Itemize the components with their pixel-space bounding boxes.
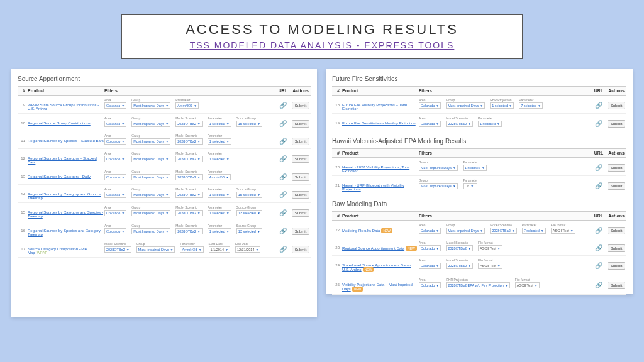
filter-dropdown[interactable]: Colorado▼ bbox=[104, 138, 126, 145]
filter-dropdown[interactable]: Most Impaired Days▼ bbox=[419, 183, 458, 189]
filter-dropdown[interactable]: ASCII Text▼ bbox=[478, 245, 502, 251]
submit-button[interactable]: Submit bbox=[608, 120, 626, 128]
filter-dropdown[interactable]: 1 selected▼ bbox=[490, 102, 514, 109]
filter-dropdown[interactable]: 1 selected▼ bbox=[208, 210, 231, 216]
product-link[interactable]: Modeling Results Data bbox=[342, 229, 380, 233]
url-link-icon[interactable]: 🔗 bbox=[591, 258, 606, 269]
filter-dropdown[interactable]: 1 selected▼ bbox=[208, 228, 231, 234]
url-link-icon[interactable]: 🔗 bbox=[591, 278, 606, 288]
page-subtitle-link[interactable]: TSS MODELED DATA ANALYSIS - EXPRESS TOOL… bbox=[135, 40, 509, 50]
filter-dropdown[interactable]: 1 selected▼ bbox=[478, 121, 502, 127]
filter-dropdown[interactable]: 2028OTBa2▼ bbox=[175, 210, 203, 216]
filter-dropdown[interactable]: 2028OTBa2 EPA w/o Fire Projection▼ bbox=[446, 282, 510, 288]
filter-dropdown[interactable]: 1 selected▼ bbox=[208, 156, 231, 162]
filter-dropdown[interactable]: 7 selected▼ bbox=[522, 228, 546, 234]
filter-dropdown[interactable]: 13 selected▼ bbox=[236, 228, 262, 234]
submit-button[interactable]: Submit bbox=[292, 102, 310, 109]
url-link-icon[interactable]: 🔗 bbox=[275, 98, 291, 109]
filter-dropdown[interactable]: 15 selected▼ bbox=[236, 121, 262, 127]
submit-button[interactable]: Submit bbox=[608, 227, 626, 234]
filter-dropdown[interactable]: 13 selected▼ bbox=[236, 210, 262, 216]
filter-dropdown[interactable]: 1 selected▼ bbox=[208, 138, 231, 145]
filter-dropdown[interactable]: Most Impaired Days▼ bbox=[446, 102, 485, 109]
filter-dropdown[interactable]: 2028OTBa2▼ bbox=[104, 246, 131, 253]
filter-dropdown[interactable]: Colorado▼ bbox=[419, 121, 441, 127]
filter-dropdown[interactable]: 1/1/2014▼ bbox=[209, 246, 230, 253]
product-link[interactable]: Regional Source Group Contributions bbox=[28, 121, 91, 125]
url-link-icon[interactable]: 🔗 bbox=[275, 151, 291, 162]
submit-button[interactable]: Submit bbox=[292, 246, 310, 253]
filter-dropdown[interactable]: AmmNO3▼ bbox=[175, 102, 199, 109]
filter-dropdown[interactable]: 1 selected▼ bbox=[208, 192, 231, 198]
filter-dropdown[interactable]: Colorado▼ bbox=[419, 102, 441, 109]
filter-dropdown[interactable]: 2028OTBa2▼ bbox=[175, 228, 203, 234]
filter-dropdown[interactable]: ASCII Text▼ bbox=[551, 228, 575, 234]
url-link-icon[interactable]: 🔗 bbox=[275, 170, 291, 180]
filter-dropdown[interactable]: 2028OTBa2▼ bbox=[446, 245, 473, 251]
product-link[interactable]: Regional Source Apportionment Data bbox=[342, 246, 404, 250]
filter-dropdown[interactable]: Most Impaired Days▼ bbox=[136, 246, 175, 253]
submit-button[interactable]: Submit bbox=[608, 282, 626, 289]
filter-dropdown[interactable]: Colorado▼ bbox=[419, 245, 441, 251]
filter-dropdown[interactable]: Most Impaired Days▼ bbox=[131, 192, 170, 198]
filter-dropdown[interactable]: On▼ bbox=[463, 183, 477, 189]
submit-button[interactable]: Submit bbox=[608, 102, 626, 109]
filter-dropdown[interactable]: Most Impaired Days▼ bbox=[446, 228, 485, 234]
submit-button[interactable]: Submit bbox=[292, 138, 310, 145]
filter-dropdown[interactable]: 2028OTBa2▼ bbox=[175, 121, 203, 127]
url-link-icon[interactable]: 🔗 bbox=[591, 241, 606, 251]
filter-dropdown[interactable]: Most Impaired Days▼ bbox=[419, 165, 458, 171]
url-link-icon[interactable]: 🔗 bbox=[591, 116, 606, 127]
product-link[interactable]: Regional Sources by Category - Daily bbox=[28, 175, 91, 178]
product-link[interactable]: Regional Sources by Species and Category… bbox=[28, 229, 104, 236]
filter-dropdown[interactable]: Colorado▼ bbox=[104, 156, 126, 162]
url-link-icon[interactable]: 🔗 bbox=[591, 98, 606, 109]
url-link-icon[interactable]: 🔗 bbox=[591, 160, 606, 171]
submit-button[interactable]: Submit bbox=[292, 209, 310, 217]
filter-dropdown[interactable]: 2028OTBa2▼ bbox=[175, 156, 203, 162]
submit-button[interactable]: Submit bbox=[608, 164, 626, 172]
url-link-icon[interactable]: 🔗 bbox=[275, 242, 291, 253]
submit-button[interactable]: Submit bbox=[608, 244, 626, 252]
filter-dropdown[interactable]: Colorado▼ bbox=[419, 282, 441, 288]
product-link[interactable]: State-Level Source Apportionment Data - … bbox=[342, 263, 411, 272]
submit-button[interactable]: Submit bbox=[292, 228, 310, 235]
filter-dropdown[interactable]: 2028OTBa2▼ bbox=[446, 121, 473, 127]
filter-dropdown[interactable]: Colorado▼ bbox=[104, 121, 126, 127]
filter-dropdown[interactable]: Colorado▼ bbox=[104, 174, 126, 180]
filter-dropdown[interactable]: Colorado▼ bbox=[104, 228, 126, 234]
filter-dropdown[interactable]: AmmNO3▼ bbox=[208, 174, 231, 180]
submit-button[interactable]: Submit bbox=[292, 191, 310, 199]
product-link[interactable]: Regional Sources by Category and Species… bbox=[28, 211, 103, 218]
url-link-icon[interactable]: 🔗 bbox=[275, 116, 291, 127]
url-link-icon[interactable]: 🔗 bbox=[275, 206, 291, 216]
product-link[interactable]: Future Fire Visibility Projections – Tot… bbox=[342, 103, 407, 111]
filter-dropdown[interactable]: 2028OTBa2▼ bbox=[175, 174, 203, 180]
product-link[interactable]: Future Fire Sensitivities - Monthly Exti… bbox=[342, 121, 416, 125]
url-link-icon[interactable]: 🔗 bbox=[591, 223, 606, 234]
submit-button[interactable]: Submit bbox=[608, 182, 626, 190]
filter-dropdown[interactable]: Most Impaired Days▼ bbox=[131, 156, 170, 162]
product-link[interactable]: Hawaii - URP Glidepath with Visibility P… bbox=[342, 184, 404, 191]
filter-dropdown[interactable]: 7 selected▼ bbox=[519, 102, 543, 109]
url-link-icon[interactable]: 🔗 bbox=[591, 178, 606, 189]
submit-button[interactable]: Submit bbox=[292, 155, 310, 163]
url-link-icon[interactable]: 🔗 bbox=[275, 224, 291, 234]
filter-dropdown[interactable]: ASCII Text▼ bbox=[478, 263, 502, 269]
product-link[interactable]: WRAP State Source Group Contributions - … bbox=[28, 103, 99, 111]
filter-dropdown[interactable]: 12/31/2014▼ bbox=[235, 246, 260, 253]
filter-dropdown[interactable]: Colorado▼ bbox=[419, 228, 441, 234]
filter-dropdown[interactable]: 1 selected▼ bbox=[208, 121, 231, 127]
filter-dropdown[interactable]: 2028OTBa2▼ bbox=[175, 192, 203, 198]
url-link-icon[interactable]: 🔗 bbox=[275, 134, 291, 145]
filter-dropdown[interactable]: Colorado▼ bbox=[419, 263, 441, 269]
filter-dropdown[interactable]: 2028OTBa2▼ bbox=[446, 263, 473, 269]
filter-dropdown[interactable]: 1 selected▼ bbox=[463, 165, 487, 171]
filter-dropdown[interactable]: Colorado▼ bbox=[104, 210, 126, 216]
filter-dropdown[interactable]: Most Impaired Days▼ bbox=[131, 121, 170, 127]
product-link[interactable]: Regional Sources by Category – Stacked B… bbox=[28, 156, 97, 164]
product-link[interactable]: Regional Sources by Species – Stacked Ba… bbox=[28, 139, 104, 143]
filter-dropdown[interactable]: AmmNO3▼ bbox=[180, 246, 203, 253]
filter-dropdown[interactable]: Most Impaired Days▼ bbox=[131, 102, 170, 109]
filter-dropdown[interactable]: 2028OTBa2▼ bbox=[490, 228, 517, 234]
